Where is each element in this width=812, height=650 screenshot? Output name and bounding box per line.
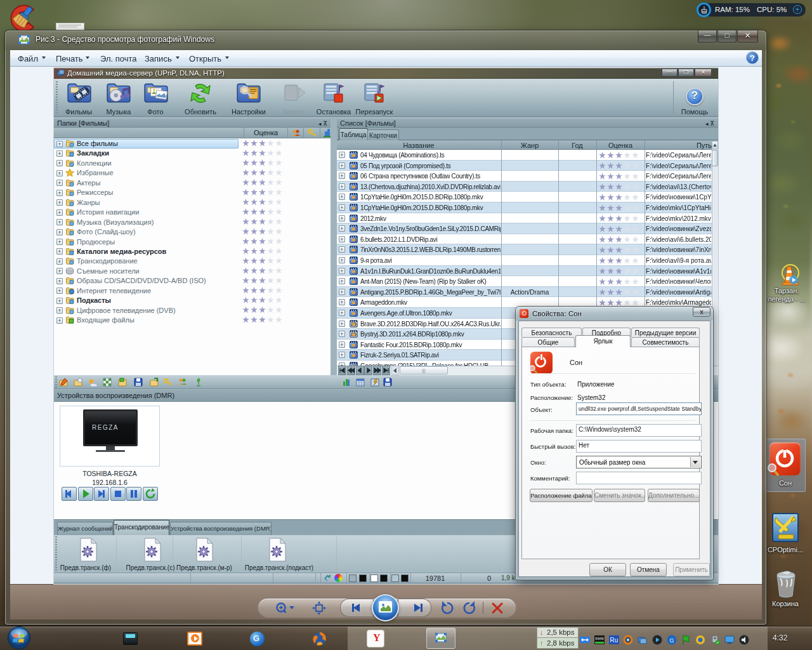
svg-text:Ru: Ru: [610, 637, 619, 644]
svg-text:G: G: [669, 637, 674, 644]
svg-text:6949: 6949: [595, 637, 604, 640]
